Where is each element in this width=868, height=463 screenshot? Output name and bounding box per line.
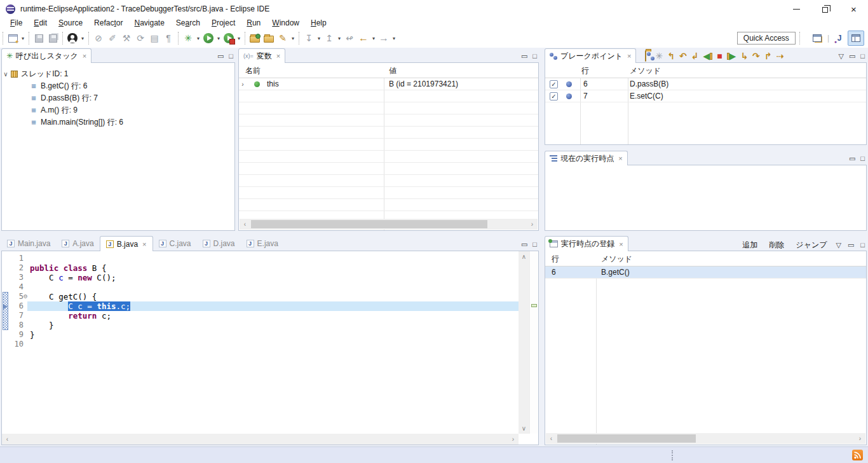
editor-vscrollbar[interactable]: ∧ ∨ bbox=[519, 251, 529, 434]
code-line[interactable]: 4 bbox=[2, 282, 519, 292]
step-over-button[interactable]: ↷ bbox=[752, 52, 760, 60]
editor-tab-main-java[interactable]: JMain.java bbox=[1, 236, 56, 251]
editor-tab-b-java[interactable]: JB.java× bbox=[100, 236, 153, 251]
breakpoints-header[interactable]: 行 メソッド bbox=[545, 63, 866, 78]
open-task-button[interactable] bbox=[248, 31, 262, 46]
editor-tab-e-java[interactable]: JE.java bbox=[241, 236, 284, 251]
menu-item-window[interactable]: Window bbox=[266, 18, 305, 29]
code-line[interactable]: 3 C c = new C(); bbox=[2, 273, 519, 282]
close-icon[interactable]: × bbox=[627, 52, 631, 60]
table-row[interactable] bbox=[239, 139, 538, 151]
forward-dropdown[interactable]: ▾ bbox=[391, 36, 397, 41]
scroll-right-icon[interactable]: › bbox=[508, 434, 519, 445]
column-line[interactable]: 行 bbox=[581, 63, 589, 78]
run-secure-button[interactable] bbox=[222, 31, 236, 46]
overview-current-line-marker[interactable] bbox=[531, 304, 537, 307]
column-name[interactable]: 名前 bbox=[245, 63, 261, 78]
view-menu-button[interactable]: ▽ bbox=[836, 242, 841, 249]
debug-button[interactable]: ✳ bbox=[181, 31, 195, 46]
scroll-up-icon[interactable]: ∧ bbox=[519, 251, 529, 262]
code-line[interactable]: 6 C c = this.c; bbox=[2, 301, 519, 311]
close-icon[interactable]: × bbox=[142, 240, 146, 248]
maximize-view-button[interactable]: □ bbox=[229, 53, 233, 60]
menu-item-help[interactable]: Help bbox=[305, 18, 332, 29]
skip-all-breakpoints-button[interactable]: ⊘ bbox=[92, 31, 105, 46]
menu-item-run[interactable]: Run bbox=[241, 18, 266, 29]
table-row[interactable] bbox=[239, 90, 538, 102]
table-row[interactable]: ›thisB (id = 2101973421) bbox=[239, 78, 538, 90]
minimize-view-button[interactable]: ▭ bbox=[849, 53, 855, 60]
column-method[interactable]: メソッド bbox=[630, 63, 661, 78]
maximize-view-button[interactable]: □ bbox=[532, 241, 537, 248]
code-line[interactable]: 5⊖ C getC() { bbox=[2, 292, 519, 301]
scroll-left-icon[interactable]: ‹ bbox=[2, 434, 13, 445]
tab-call-stack[interactable]: ✳ 呼び出しスタック × bbox=[1, 48, 92, 63]
overview-ruler[interactable] bbox=[529, 251, 538, 434]
last-edit-location-button[interactable]: ↫ bbox=[342, 31, 356, 46]
status-drag-handle[interactable] bbox=[672, 450, 673, 460]
skip-all-breakpoints-button[interactable]: ✳ bbox=[655, 52, 663, 60]
maximize-view-button[interactable]: □ bbox=[860, 155, 865, 162]
java-perspective-button[interactable]: J bbox=[831, 31, 848, 46]
tab-exec-points[interactable]: 実行時点の登録 × bbox=[545, 236, 628, 251]
breakpoint-row[interactable]: ✓7E.setC(C) bbox=[545, 90, 866, 102]
scroll-right-icon[interactable]: › bbox=[527, 219, 538, 230]
resume-button[interactable]: ▶ bbox=[727, 52, 736, 60]
document-outline-button[interactable]: ▤ bbox=[147, 31, 161, 46]
table-row[interactable] bbox=[239, 163, 538, 175]
terminate-button[interactable]: ■ bbox=[717, 52, 722, 60]
account-dropdown[interactable]: ▾ bbox=[79, 36, 86, 41]
maximize-view-button[interactable]: □ bbox=[532, 53, 537, 60]
menu-item-refactor[interactable]: Refactor bbox=[88, 18, 128, 29]
tab-breakpoints[interactable]: ブレークポイント × bbox=[545, 48, 636, 63]
tab-variables[interactable]: (x)= 変数 × bbox=[238, 48, 285, 63]
next-annotation-dropdown[interactable]: ▾ bbox=[316, 36, 322, 41]
next-annotation-button[interactable]: ↧ bbox=[302, 31, 316, 46]
variables-hscrollbar[interactable]: ‹ › bbox=[240, 219, 538, 230]
menu-item-project[interactable]: Project bbox=[206, 18, 241, 29]
new-wizard-button[interactable] bbox=[6, 31, 20, 46]
editor-tab-a-java[interactable]: JA.java bbox=[56, 236, 99, 251]
scroll-thumb[interactable] bbox=[251, 220, 487, 228]
maximize-view-button[interactable]: □ bbox=[860, 53, 865, 60]
editor-hscrollbar[interactable]: ‹ › bbox=[2, 434, 519, 445]
minimize-view-button[interactable]: ▭ bbox=[848, 242, 854, 249]
variables-header[interactable]: 名前 値 bbox=[239, 63, 538, 78]
table-row[interactable] bbox=[239, 102, 538, 114]
stack-frame-row[interactable]: ≡Main.main(String[]) 行: 6 bbox=[2, 116, 234, 128]
minimize-view-button[interactable]: ▭ bbox=[521, 241, 527, 248]
back-button[interactable]: ← bbox=[356, 31, 370, 46]
account-button[interactable] bbox=[65, 31, 79, 46]
open-breakpoint-file-button[interactable] bbox=[645, 52, 646, 60]
close-window-button[interactable]: × bbox=[839, 0, 868, 18]
clear-button[interactable]: ✐ bbox=[105, 31, 119, 46]
code-line[interactable]: 8 } bbox=[2, 321, 519, 330]
table-row[interactable] bbox=[239, 151, 538, 163]
breakpoint-checkbox[interactable]: ✓ bbox=[550, 80, 558, 88]
build-button[interactable]: ⚒ bbox=[119, 31, 133, 46]
column-method[interactable]: メソッド bbox=[601, 251, 632, 266]
menu-item-edit[interactable]: Edit bbox=[28, 18, 53, 29]
open-resource-button[interactable] bbox=[262, 31, 276, 46]
column-line[interactable]: 行 bbox=[552, 251, 559, 266]
new-dropdown[interactable]: ▾ bbox=[20, 36, 26, 41]
breakpoint-row[interactable]: ✓6D.passB(B) bbox=[545, 78, 866, 90]
code-editor[interactable]: 12public class B {3 C c = new C();45⊖ C … bbox=[2, 251, 519, 434]
step-back-into-button[interactable]: ↰ bbox=[667, 52, 675, 60]
restore-window-button[interactable] bbox=[811, 0, 839, 18]
open-perspective-button[interactable] bbox=[809, 31, 825, 46]
feed-icon[interactable] bbox=[852, 450, 863, 460]
code-line[interactable]: 9} bbox=[2, 330, 519, 340]
run-dropdown[interactable]: ▾ bbox=[215, 36, 222, 41]
menu-item-search[interactable]: Search bbox=[170, 18, 206, 29]
marker-dropdown[interactable]: ▾ bbox=[290, 36, 296, 41]
scroll-right-icon[interactable]: › bbox=[855, 433, 865, 444]
previous-annotation-dropdown[interactable]: ▾ bbox=[336, 36, 342, 41]
menu-item-source[interactable]: Source bbox=[53, 18, 88, 29]
thread-row[interactable]: ∨スレッドID: 1 bbox=[2, 68, 234, 80]
fold-minus-icon[interactable]: ⊖ bbox=[24, 293, 27, 300]
table-row[interactable] bbox=[239, 175, 538, 187]
minimize-view-button[interactable]: ▭ bbox=[217, 53, 224, 60]
current-exec-content[interactable] bbox=[545, 165, 867, 231]
debug-perspective-button[interactable] bbox=[848, 31, 864, 46]
